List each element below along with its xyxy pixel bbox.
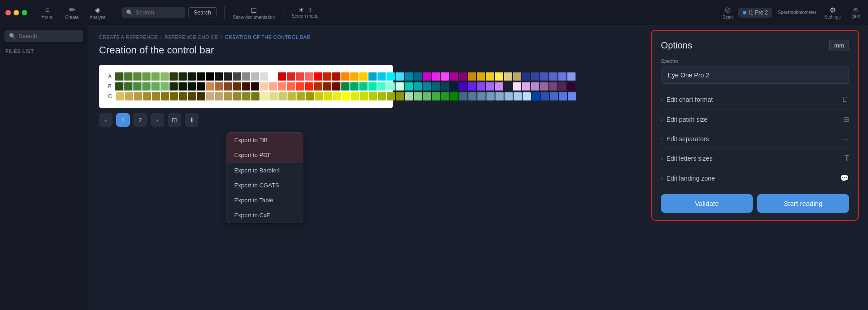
- prev-page-button[interactable]: ‹: [99, 113, 113, 127]
- edit-separators-row[interactable]: › Edit separators —: [661, 129, 849, 149]
- color-patches-a: [115, 72, 576, 81]
- color-patch: [495, 72, 503, 81]
- color-patch: [378, 92, 386, 100]
- quit-group[interactable]: ⎋ Quit: [849, 6, 863, 19]
- color-patch: [505, 92, 513, 100]
- color-patch: [278, 92, 287, 100]
- color-patch: [206, 82, 214, 91]
- color-patch: [151, 82, 160, 91]
- search-group: 🔍 Search: [122, 7, 217, 18]
- toolbar-screen-mode[interactable]: ☀ ☽ Screen mode: [287, 6, 323, 19]
- color-patch: [160, 82, 169, 91]
- color-patch: [387, 72, 395, 81]
- close-button[interactable]: [5, 10, 11, 15]
- chevron-patch-size-icon: ›: [661, 116, 663, 123]
- chart-rows: A B C: [108, 72, 384, 100]
- edit-letters-sizes-row[interactable]: › Edit letters sizes T: [661, 149, 849, 168]
- color-patch: [567, 82, 576, 91]
- next-page-button[interactable]: ›: [151, 113, 164, 127]
- color-patch: [531, 72, 539, 81]
- color-patch: [450, 92, 458, 100]
- page-1-button[interactable]: 1: [116, 113, 130, 127]
- edit-landing-zone-left: › Edit landing zone: [661, 175, 715, 182]
- chevron-letters-sizes-icon: ›: [661, 155, 663, 162]
- breadcrumb-item-1[interactable]: CREATE A REFERENCE: [99, 34, 157, 40]
- color-patch: [179, 72, 187, 81]
- color-patch: [332, 82, 340, 91]
- export-barbieri-item[interactable]: Export to Barbieri: [227, 163, 303, 178]
- row-label-c: C: [108, 93, 112, 100]
- search-button[interactable]: Search: [188, 7, 217, 18]
- crop-icon-button[interactable]: ⊡: [168, 113, 181, 127]
- color-patch: [423, 72, 431, 81]
- breadcrumb-item-3[interactable]: CREATION OF THE CONTROL BAR: [225, 34, 310, 40]
- options-header: Options mm: [661, 40, 849, 51]
- color-patch: [306, 92, 314, 100]
- breadcrumb-item-2[interactable]: REFERENCE CHOICE: [165, 34, 218, 40]
- color-patch: [550, 92, 558, 100]
- toolbar-create[interactable]: ✏ Create: [61, 5, 83, 20]
- color-patch: [504, 82, 512, 91]
- mm-badge[interactable]: mm: [829, 40, 849, 51]
- edit-landing-zone-row[interactable]: › Edit landing zone 💬: [661, 168, 849, 188]
- chart-row-c: C: [108, 92, 384, 100]
- scan-label: Scan: [722, 15, 733, 20]
- moon-icon: ☽: [306, 6, 312, 14]
- sidebar-search-wrap: 🔍: [5, 30, 83, 42]
- maximize-button[interactable]: [22, 10, 27, 15]
- color-patch: [287, 72, 295, 81]
- color-patch: [160, 72, 169, 81]
- export-cgats-item[interactable]: Export to CGATS: [227, 178, 303, 193]
- color-patch: [233, 92, 241, 100]
- color-patch: [559, 92, 567, 100]
- color-patch: [305, 72, 313, 81]
- toolbar-show-documentation[interactable]: ◻ Show documentation: [228, 5, 279, 20]
- download-icon-button[interactable]: ⬇: [185, 113, 198, 127]
- color-patch: [369, 92, 377, 100]
- color-patch: [523, 92, 531, 100]
- color-patch: [359, 82, 368, 91]
- toolbar-analyse[interactable]: ◈ Analyse: [85, 5, 110, 20]
- export-cxf-item[interactable]: Export to CxF: [227, 208, 303, 223]
- edit-chart-format-row[interactable]: › Edit chart format 🗋: [661, 90, 849, 110]
- edit-separators-label: Edit separators: [666, 135, 709, 143]
- color-patch: [170, 82, 178, 91]
- color-patch: [396, 92, 404, 100]
- toolbar-right: ⊘ Scan i1 Pro 2 Spectrophotometer ⚙ Sett…: [722, 5, 863, 20]
- color-patch: [477, 72, 485, 81]
- search-input[interactable]: [136, 9, 181, 16]
- color-patch: [441, 92, 449, 100]
- color-patch: [323, 82, 331, 91]
- color-patch: [224, 82, 232, 91]
- settings-group[interactable]: ⚙ Settings: [822, 6, 844, 19]
- export-pdf-item[interactable]: Export to PDF: [227, 148, 303, 162]
- edit-chart-format-left: › Edit chart format: [661, 96, 713, 103]
- color-patch: [314, 72, 322, 81]
- color-patch: [486, 92, 495, 100]
- color-patch: [260, 72, 268, 81]
- validate-button[interactable]: Validate: [661, 194, 753, 213]
- export-tiff-item[interactable]: Export to Tiff: [227, 133, 303, 148]
- toolbar-home[interactable]: ⌂ Home: [36, 5, 59, 19]
- color-patch: [414, 92, 422, 100]
- color-patch: [288, 92, 296, 100]
- minimize-button[interactable]: [14, 10, 19, 15]
- export-table-item[interactable]: Export to Table: [227, 193, 303, 208]
- color-patch: [233, 82, 241, 91]
- color-patch: [314, 82, 322, 91]
- color-patch: [197, 72, 205, 81]
- spectrophotometer-badge: i1 Pro 2: [738, 8, 772, 18]
- color-patch: [215, 92, 223, 100]
- color-patch: [504, 72, 512, 81]
- screen-mode-label: Screen mode: [292, 14, 318, 19]
- sidebar-search-input[interactable]: [19, 33, 79, 39]
- toolbar-separator-2: [224, 6, 225, 19]
- color-patch: [414, 72, 422, 81]
- color-patch: [351, 92, 359, 100]
- edit-patch-size-row[interactable]: › Edit patch size ⊞: [661, 110, 849, 129]
- page-2-button[interactable]: 2: [133, 113, 147, 127]
- color-patch: [323, 72, 331, 81]
- spectro-select-display[interactable]: Eye One Pro 2: [661, 67, 849, 84]
- quit-label: Quit: [852, 14, 860, 19]
- start-reading-button[interactable]: Start reading: [757, 194, 849, 213]
